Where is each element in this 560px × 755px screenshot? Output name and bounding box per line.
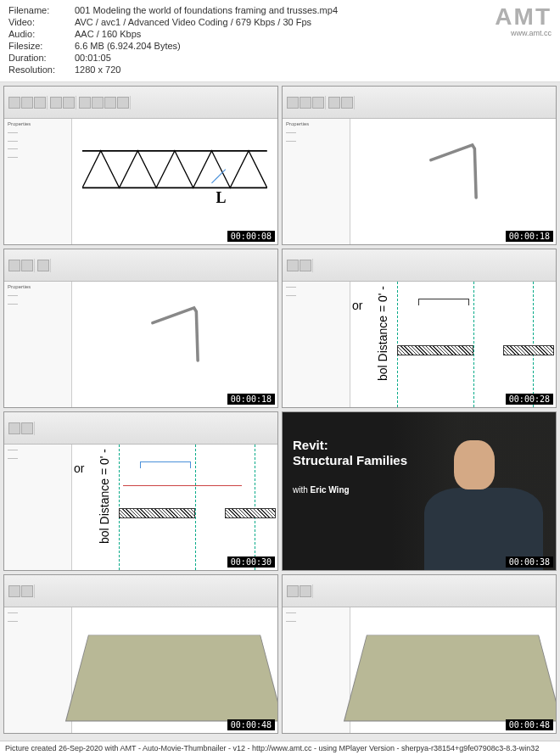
properties-panel: —— —— bbox=[4, 445, 72, 570]
timestamp-badge: 00:00:48 bbox=[506, 719, 553, 730]
properties-panel: Properties —— —— —— —— bbox=[4, 119, 72, 244]
model-canvas bbox=[72, 282, 277, 407]
app-ribbon bbox=[4, 87, 277, 119]
dimension-text: or bbox=[352, 299, 362, 312]
thumbnail: —— —— 00:00:48 bbox=[282, 574, 557, 734]
logo-text: AMT bbox=[495, 5, 552, 29]
metadata-header: Filename: 001 Modeling the world of foun… bbox=[0, 0, 560, 82]
course-title-line2: Structural Families bbox=[293, 453, 407, 468]
audio-value: AAC / 160 Kbps bbox=[75, 29, 141, 39]
filesize-value: 6.6 MB (6.924.204 Bytes) bbox=[75, 41, 181, 51]
ribbon-icon bbox=[104, 97, 116, 109]
ribbon-icon bbox=[37, 260, 49, 271]
app-ribbon bbox=[283, 249, 556, 282]
ribbon-icon bbox=[79, 97, 91, 109]
app-ribbon bbox=[4, 575, 277, 607]
resolution-value: 1280 x 720 bbox=[75, 64, 120, 75]
title-card: Revit: Structural Families with Eric Win… bbox=[283, 412, 556, 570]
app-ribbon bbox=[4, 249, 277, 282]
ribbon-icon bbox=[8, 585, 20, 597]
ribbon-icon bbox=[328, 97, 340, 109]
model-canvas: or bol Distance = 0' - bbox=[350, 282, 556, 407]
timestamp-badge: 00:00:18 bbox=[506, 231, 553, 242]
ribbon-icon bbox=[117, 97, 129, 109]
duration-label: Duration: bbox=[8, 53, 75, 63]
dimension-text: bol Distance = 0' - bbox=[376, 286, 389, 381]
ribbon-icon bbox=[50, 97, 62, 109]
floor-slab bbox=[65, 635, 278, 722]
amt-logo: AMT www.amt.cc bbox=[495, 5, 552, 37]
video-label: Video: bbox=[8, 17, 75, 27]
ribbon-icon bbox=[287, 585, 299, 597]
presenter-photo bbox=[392, 412, 556, 570]
thumbnail: —— —— or bol Distance = 0' - 00:00:28 bbox=[282, 249, 557, 408]
ribbon-icon bbox=[8, 97, 20, 109]
ribbon-icon bbox=[341, 97, 353, 109]
ribbon-icon bbox=[300, 97, 311, 109]
properties-panel: —— —— bbox=[283, 607, 350, 733]
thumbnail: —— —— or bol Distance = 0' - 00:00:30 bbox=[3, 411, 278, 571]
app-ribbon bbox=[283, 87, 556, 119]
filename-label: Filename: bbox=[8, 5, 75, 15]
filesize-label: Filesize: bbox=[8, 41, 75, 51]
timestamp-badge: 00:00:38 bbox=[506, 556, 553, 568]
duration-value: 00:01:05 bbox=[75, 53, 111, 63]
audio-label: Audio: bbox=[8, 29, 75, 39]
author-name: Eric Wing bbox=[311, 485, 350, 495]
ribbon-icon bbox=[21, 97, 33, 109]
model-canvas bbox=[72, 607, 277, 733]
dimension-text: bol Distance = 0' - bbox=[98, 449, 111, 544]
properties-panel: Properties —— —— bbox=[283, 119, 350, 244]
ribbon-icon bbox=[21, 260, 33, 271]
ribbon-icon bbox=[34, 97, 46, 109]
ribbon-icon bbox=[21, 422, 33, 434]
properties-panel: —— —— bbox=[4, 607, 72, 733]
timestamp-badge: 00:00:18 bbox=[227, 394, 275, 405]
properties-panel: Properties —— —— bbox=[4, 282, 72, 407]
author-prefix: with bbox=[293, 485, 308, 495]
timestamp-badge: 00:00:28 bbox=[506, 394, 553, 405]
thumbnail: Properties —— —— —— —— L 00:00:08 bbox=[3, 86, 278, 245]
thumbnail: Revit: Structural Families with Eric Win… bbox=[282, 411, 557, 571]
dimension-text: or bbox=[74, 461, 84, 475]
model-canvas bbox=[350, 607, 556, 733]
ribbon-icon bbox=[287, 260, 299, 271]
filename-value: 001 Modeling the world of foundations fr… bbox=[75, 5, 338, 15]
floor-slab bbox=[344, 635, 557, 722]
course-title-line1: Revit: bbox=[293, 438, 407, 453]
model-canvas: L bbox=[72, 119, 277, 244]
ribbon-icon bbox=[287, 97, 299, 109]
ribbon-icon bbox=[300, 585, 311, 597]
properties-panel: —— —— bbox=[283, 282, 350, 407]
footer-text: Picture created 26-Sep-2020 with AMT - A… bbox=[0, 741, 560, 755]
video-value: AVC / avc1 / Advanced Video Coding / 679… bbox=[75, 17, 311, 27]
thumbnail-grid: Properties —— —— —— —— L 00:00:08 bbox=[0, 82, 560, 737]
model-canvas bbox=[350, 119, 556, 244]
ribbon-icon bbox=[312, 97, 324, 109]
timestamp-badge: 00:00:08 bbox=[227, 231, 275, 242]
timestamp-badge: 00:00:48 bbox=[227, 719, 275, 730]
ribbon-icon bbox=[300, 260, 311, 271]
app-ribbon bbox=[4, 412, 277, 445]
ribbon-icon bbox=[8, 260, 20, 271]
ribbon-icon bbox=[8, 422, 20, 434]
thumbnail: Properties —— —— 00:00:18 bbox=[3, 249, 278, 408]
app-ribbon bbox=[283, 575, 556, 607]
model-canvas: or bol Distance = 0' - bbox=[72, 445, 277, 570]
timestamp-badge: 00:00:30 bbox=[227, 556, 275, 568]
resolution-label: Resolution: bbox=[8, 64, 75, 75]
thumbnail: —— —— 00:00:48 bbox=[3, 574, 278, 734]
ribbon-icon bbox=[63, 97, 75, 109]
ribbon-icon bbox=[92, 97, 104, 109]
ribbon-icon bbox=[21, 585, 33, 597]
thumbnail: Properties —— —— 00:00:18 bbox=[282, 86, 557, 245]
logo-url: www.amt.cc bbox=[495, 29, 552, 37]
